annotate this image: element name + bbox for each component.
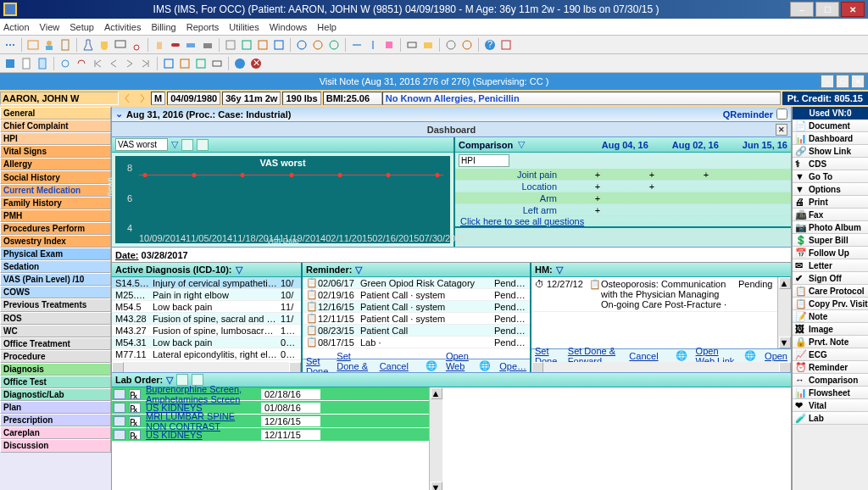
hm-scrollbar[interactable]: ▲▼ — [777, 277, 791, 348]
cup-icon[interactable] — [97, 38, 111, 52]
rn-item-photo-album[interactable]: 📷Photo Album — [793, 221, 868, 234]
rn-item-comparison[interactable]: ↔Comparison — [793, 374, 868, 387]
diag-row[interactable]: M43.28Fusion of spine, sacral and sacroc… — [112, 313, 301, 325]
dashboard-close-button[interactable]: ✕ — [776, 124, 787, 136]
tool-icon[interactable] — [382, 38, 396, 52]
menu-activities[interactable]: Activities — [104, 22, 141, 32]
open-link[interactable]: Open — [765, 351, 787, 361]
menu-help[interactable]: Help — [317, 22, 337, 32]
nav-item-previous-treatments[interactable]: Previous Treatments — [0, 298, 111, 311]
tool-icon[interactable] — [224, 38, 237, 52]
patient-icon[interactable] — [42, 38, 56, 52]
rn-item-care-protocol[interactable]: 📋Care Protocol — [793, 285, 868, 298]
walk-right-icon[interactable] — [136, 92, 149, 105]
tool-icon[interactable] — [256, 38, 270, 52]
nav-item-vas-pain-level-10[interactable]: VAS (Pain Level) /10 — [0, 273, 111, 286]
chevron-down-icon[interactable]: ▽ — [556, 264, 563, 276]
lab-row[interactable]: ℞US KIDNEYS12/11/15 — [112, 428, 434, 442]
inner-max-button[interactable]: ☐ — [836, 75, 849, 88]
qreminder-checkbox[interactable] — [776, 109, 787, 120]
nav-item-wc[interactable]: WC — [0, 325, 111, 337]
nav-item-cows[interactable]: COWS — [0, 286, 111, 298]
diag-row[interactable]: M43.27Fusion of spine, lumbosacral regio… — [112, 325, 301, 337]
lab-row[interactable]: ℞MRI LUMBAR SPINE NON CONTRAST12/16/15 — [112, 415, 434, 428]
menu-action[interactable]: Action — [3, 22, 30, 32]
refresh-back-icon[interactable] — [75, 57, 88, 70]
scroll-left-button[interactable] — [531, 362, 543, 372]
diag-row[interactable]: M25.521Pain in right elbow10/ — [112, 289, 301, 301]
comp-date[interactable]: Aug 02, 16 — [672, 140, 719, 150]
printer-icon[interactable] — [201, 38, 214, 52]
rn-item-lab[interactable]: 🧪Lab — [793, 412, 868, 425]
reminder-row[interactable]: 📋02/19/16Patient Call · systemPending — [303, 289, 530, 301]
chevron-down-icon[interactable]: ⌄ — [115, 109, 123, 120]
reminder-row[interactable]: 📋08/23/15Patient CallPending — [303, 325, 530, 337]
stethoscope-icon[interactable] — [130, 38, 143, 52]
nav-item-ros[interactable]: ROS — [0, 312, 111, 325]
patient-name[interactable]: AARON, JOHN W — [0, 92, 119, 105]
nav-item-physical-exam[interactable]: Physical Exam — [0, 248, 111, 260]
nav-item-careplan[interactable]: Careplan — [0, 426, 111, 439]
comp-date[interactable]: Jun 15, 16 — [743, 140, 787, 150]
scroll-right-button[interactable] — [289, 362, 301, 372]
calendar-icon[interactable] — [26, 38, 40, 52]
rn-item-print[interactable]: 🖨Print — [793, 196, 868, 209]
nav-item-diagnosis[interactable]: Diagnosis — [0, 363, 111, 376]
lab-row[interactable]: ℞Buprenorphine Screen, Amphetamines Scre… — [112, 387, 434, 401]
rn-item-image[interactable]: 🖼Image — [793, 323, 868, 336]
diag-row[interactable]: M54.5Low back pain11/ — [112, 301, 301, 313]
rn-item-follow-up[interactable]: 📅Follow Up — [793, 247, 868, 259]
rn-item-prvt-note[interactable]: 🔒Prvt. Note — [793, 336, 868, 348]
nav-item-procedures-perform[interactable]: Procedures Perform — [0, 222, 111, 235]
rn-item-super-bill[interactable]: 💲Super Bill — [793, 234, 868, 247]
diag-row[interactable]: M54.31Low back pain06/0 — [112, 337, 301, 348]
nav-item-family-history[interactable]: Family History — [0, 197, 111, 209]
rn-item-options[interactable]: ▼Options — [793, 183, 868, 196]
nav-item-vital-signs[interactable]: Vital Signs — [0, 145, 111, 158]
nav-item-chief-complaint[interactable]: Chief Complaint — [0, 120, 111, 132]
tool-icon[interactable] — [350, 38, 364, 52]
scroll-left-button[interactable] — [112, 362, 124, 372]
reminder-row[interactable]: 📋12/11/15Patient Call · systemPending — [303, 313, 530, 325]
monitor-icon[interactable] — [114, 38, 127, 52]
rn-item-dashboard[interactable]: 📊Dashboard — [793, 132, 868, 145]
menu-setup[interactable]: Setup — [70, 22, 94, 32]
flask-icon[interactable] — [81, 38, 95, 52]
diag-row[interactable]: S14.5XXInjury of cervical sympathetic ne… — [112, 277, 301, 289]
lab-scrollbar[interactable]: ▲▼ — [429, 387, 442, 490]
open-link[interactable]: Ope… — [499, 361, 526, 371]
rn-item-cds[interactable]: ⚕CDS — [793, 158, 868, 170]
nav-item-current-medication[interactable]: Current Medication — [0, 184, 111, 197]
help-icon[interactable] — [233, 57, 247, 70]
van-icon[interactable] — [185, 38, 198, 52]
reminder-row[interactable]: 📋08/17/15Lab ·Pending — [303, 337, 530, 348]
minimize-button[interactable]: – — [790, 2, 814, 17]
rn-item-document[interactable]: 📄Document — [793, 120, 868, 132]
chevron-down-icon[interactable]: ▽ — [171, 139, 178, 150]
rn-item-ecg[interactable]: 📈ECG — [793, 348, 868, 361]
tool-icon[interactable] — [178, 57, 192, 70]
nav-item-office-test[interactable]: Office Test — [0, 376, 111, 388]
tool-icon[interactable] — [366, 38, 380, 52]
nav-item-discussion[interactable]: Discussion — [0, 439, 111, 452]
tool-icon[interactable] — [162, 57, 175, 70]
tool-icon[interactable] — [240, 38, 253, 52]
comp-date[interactable]: Aug 04, 16 — [602, 140, 648, 150]
chart-settings-button[interactable] — [181, 139, 193, 151]
chevron-down-icon[interactable]: ▽ — [236, 264, 242, 276]
inner-close-button[interactable]: ✕ — [851, 75, 865, 88]
clipboard-icon[interactable] — [58, 38, 72, 52]
settings-icon[interactable] — [460, 38, 474, 52]
menu-windows[interactable]: Windows — [270, 22, 308, 32]
exit-icon[interactable] — [499, 38, 513, 52]
patient-allergies[interactable]: No Known Allergies, Penicillin — [382, 92, 781, 105]
cancel-link[interactable]: Cancel — [629, 351, 658, 361]
nav-item-office-treatment[interactable]: Office Treatment — [0, 337, 111, 350]
nav-item-diagnostic-lab[interactable]: Diagnostic/Lab — [0, 388, 111, 401]
nav-item-sedation[interactable]: Sedation — [0, 260, 111, 273]
save-icon[interactable] — [3, 57, 17, 70]
nav-item-procedure[interactable]: Procedure — [0, 350, 111, 363]
nav-item-social-history[interactable]: Social History — [0, 170, 111, 183]
inner-min-button[interactable]: – — [821, 75, 834, 88]
menu-reports[interactable]: Reports — [186, 22, 220, 32]
